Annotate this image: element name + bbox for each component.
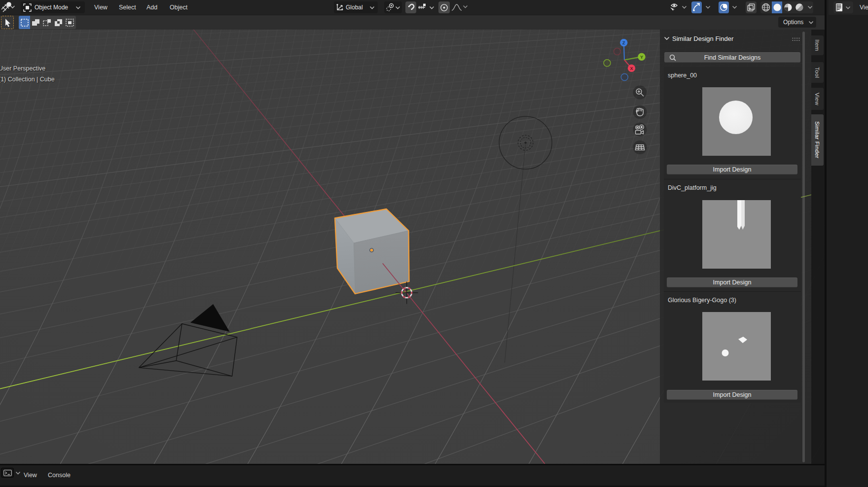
svg-text:Y: Y (640, 55, 643, 60)
svg-text:Z: Z (622, 40, 625, 45)
svg-text:X: X (630, 66, 633, 71)
